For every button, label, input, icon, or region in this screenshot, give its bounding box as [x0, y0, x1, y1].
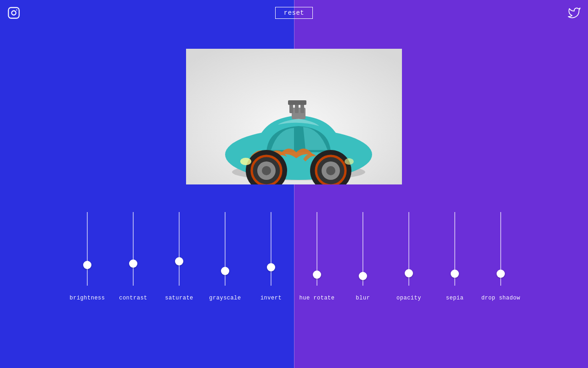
- slider-line-brightness: [87, 212, 88, 286]
- slider-track-brightness: [86, 212, 88, 286]
- svg-point-2: [16, 9, 17, 10]
- svg-rect-0: [8, 7, 19, 18]
- slider-track-sepia: [454, 212, 456, 286]
- image-container: [186, 49, 402, 184]
- slider-group-blur: blur: [340, 212, 386, 301]
- svg-point-10: [262, 166, 271, 175]
- svg-point-23: [345, 158, 354, 165]
- svg-point-1: [11, 11, 16, 15]
- slider-label-drop_shadow: drop shadow: [481, 295, 520, 301]
- header: reset: [0, 0, 588, 26]
- svg-rect-21: [288, 100, 306, 105]
- slider-group-invert: invert: [248, 212, 294, 301]
- slider-group-drop_shadow: drop shadow: [478, 212, 524, 301]
- slider-track-saturate: [178, 212, 180, 286]
- slider-track-invert: [270, 212, 272, 286]
- slider-label-contrast: contrast: [119, 295, 147, 301]
- slider-thumb-grayscale[interactable]: [221, 267, 229, 275]
- slider-track-blur: [362, 212, 364, 286]
- instagram-icon[interactable]: [7, 6, 20, 19]
- slider-thumb-brightness[interactable]: [83, 261, 91, 269]
- reset-button[interactable]: reset: [275, 7, 313, 19]
- slider-track-grayscale: [224, 212, 226, 286]
- slider-group-hue_rotate: hue rotate: [294, 212, 340, 301]
- slider-line-contrast: [133, 212, 134, 286]
- slider-thumb-opacity[interactable]: [405, 269, 413, 277]
- slider-label-grayscale: grayscale: [209, 295, 241, 301]
- slider-track-hue_rotate: [316, 212, 318, 286]
- slider-label-invert: invert: [260, 295, 282, 301]
- slider-thumb-saturate[interactable]: [175, 257, 183, 265]
- slider-label-hue_rotate: hue rotate: [299, 295, 334, 301]
- slider-label-blur: blur: [356, 295, 370, 301]
- slider-label-brightness: brightness: [69, 295, 105, 301]
- slider-thumb-drop_shadow[interactable]: [497, 270, 505, 278]
- slider-group-grayscale: grayscale: [202, 212, 248, 301]
- slider-thumb-blur[interactable]: [359, 272, 367, 280]
- slider-thumb-invert[interactable]: [267, 263, 275, 271]
- slider-label-sepia: sepia: [446, 295, 464, 301]
- slider-group-contrast: contrast: [110, 212, 156, 301]
- controls-area: brightnesscontrastsaturategrayscaleinver…: [0, 212, 588, 301]
- main-content: brightnesscontrastsaturategrayscaleinver…: [0, 26, 588, 368]
- slider-track-opacity: [408, 212, 410, 286]
- svg-point-22: [240, 158, 251, 165]
- slider-line-saturate: [179, 212, 180, 286]
- slider-thumb-hue_rotate[interactable]: [313, 270, 321, 279]
- car-image-area: [186, 49, 402, 184]
- svg-point-15: [326, 166, 335, 175]
- slider-label-opacity: opacity: [396, 295, 421, 301]
- slider-thumb-contrast[interactable]: [129, 259, 137, 268]
- slider-group-sepia: sepia: [432, 212, 478, 301]
- slider-group-saturate: saturate: [156, 212, 202, 301]
- slider-track-drop_shadow: [500, 212, 502, 286]
- slider-group-brightness: brightness: [64, 212, 110, 301]
- slider-group-opacity: opacity: [386, 212, 432, 301]
- twitter-icon[interactable]: [568, 6, 581, 19]
- slider-line-invert: [271, 212, 271, 286]
- slider-label-saturate: saturate: [165, 295, 193, 301]
- slider-thumb-sepia[interactable]: [451, 270, 459, 278]
- slider-track-contrast: [132, 212, 134, 286]
